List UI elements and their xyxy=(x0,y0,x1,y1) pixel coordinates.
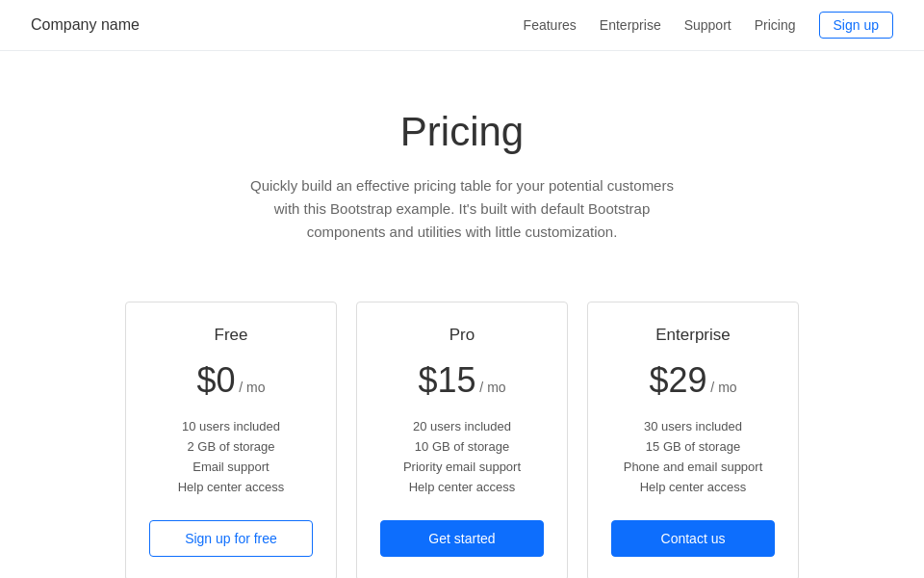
plan-pro-per: / mo xyxy=(479,380,505,395)
plan-pro-features: 20 users included 10 GB of storage Prior… xyxy=(380,416,544,497)
nav-links: Features Enterprise Support Pricing Sign… xyxy=(524,12,893,39)
plan-enterprise-price: $29 / mo xyxy=(611,360,775,401)
signup-button[interactable]: Sign up xyxy=(819,12,893,39)
hero-description: Quickly build an effective pricing table… xyxy=(250,174,674,244)
list-item: 15 GB of storage xyxy=(611,436,775,457)
nav-enterprise[interactable]: Enterprise xyxy=(600,17,661,33)
plan-pro-cta[interactable]: Get started xyxy=(380,520,544,557)
list-item: 2 GB of storage xyxy=(149,436,313,457)
plan-enterprise-per: / mo xyxy=(710,380,736,395)
list-item: 20 users included xyxy=(380,416,544,436)
nav-pricing[interactable]: Pricing xyxy=(755,17,796,33)
list-item: Email support xyxy=(149,457,313,477)
plan-enterprise-amount: $29 xyxy=(649,360,706,400)
plan-enterprise-cta[interactable]: Contact us xyxy=(611,520,775,557)
list-item: 10 users included xyxy=(149,416,313,436)
list-item: 10 GB of storage xyxy=(380,436,544,457)
plan-free-per: / mo xyxy=(239,380,265,395)
plan-free-features: 10 users included 2 GB of storage Email … xyxy=(149,416,313,497)
list-item: Phone and email support xyxy=(611,457,775,477)
plan-enterprise-features: 30 users included 15 GB of storage Phone… xyxy=(611,416,775,497)
nav-support[interactable]: Support xyxy=(684,17,732,33)
list-item: Help center access xyxy=(611,477,775,497)
plan-free-name: Free xyxy=(149,326,313,345)
list-item: Priority email support xyxy=(380,457,544,477)
navbar: Company name Features Enterprise Support… xyxy=(0,0,924,51)
plan-free-cta[interactable]: Sign up for free xyxy=(149,520,313,557)
page-title: Pricing xyxy=(19,109,905,155)
hero-section: Pricing Quickly build an effective prici… xyxy=(0,51,924,282)
plan-enterprise: Enterprise $29 / mo 30 users included 15… xyxy=(587,302,799,578)
plan-pro-amount: $15 xyxy=(418,360,475,400)
plan-free: Free $0 / mo 10 users included 2 GB of s… xyxy=(125,302,337,578)
plan-pro: Pro $15 / mo 20 users included 10 GB of … xyxy=(356,302,568,578)
list-item: 30 users included xyxy=(611,416,775,436)
plan-enterprise-name: Enterprise xyxy=(611,326,775,345)
pricing-section: Free $0 / mo 10 users included 2 GB of s… xyxy=(0,282,924,578)
nav-features[interactable]: Features xyxy=(524,17,577,33)
list-item: Help center access xyxy=(380,477,544,497)
plan-pro-name: Pro xyxy=(380,326,544,345)
plan-free-amount: $0 xyxy=(196,360,235,400)
list-item: Help center access xyxy=(149,477,313,497)
brand-name: Company name xyxy=(31,16,140,34)
plan-pro-price: $15 / mo xyxy=(380,360,544,401)
plan-free-price: $0 / mo xyxy=(149,360,313,401)
